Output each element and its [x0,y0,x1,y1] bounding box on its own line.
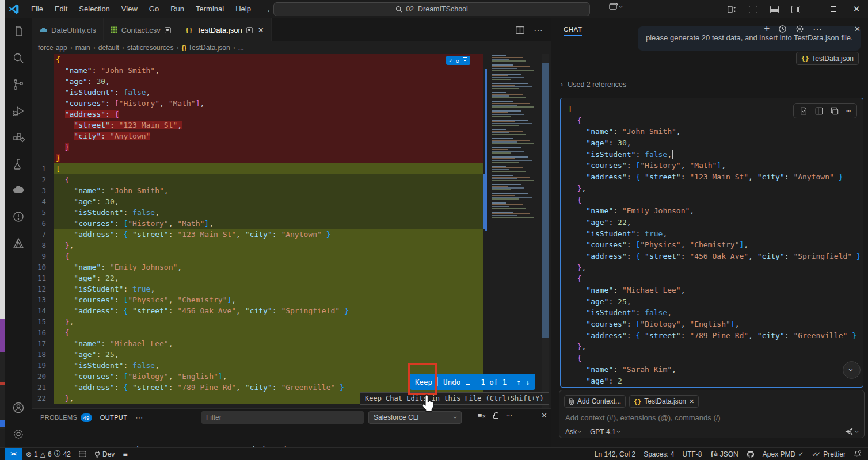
accept-icon[interactable]: ✓ [449,57,452,64]
source-control-icon[interactable] [5,71,32,98]
language-mode-status[interactable]: {à JSON [706,450,743,458]
breadcrumb-item[interactable]: default [98,44,119,52]
file-icon[interactable] [463,57,467,63]
previous-edit-icon[interactable]: ↑ [516,378,521,386]
encoding-status[interactable]: UTF-8 [679,450,706,458]
output-console[interactable]: Date Date.newInstance(Integer, Integer, … [40,427,547,448]
notifications-bell-icon[interactable] [850,450,868,458]
remove-attachment-icon[interactable]: ✕ [689,398,694,405]
context-attachment-pill[interactable]: {} TestData.json ✕ [629,395,699,408]
account-icon[interactable] [5,394,32,421]
add-context-button[interactable]: Add Context... [564,395,626,408]
split-editor-icon[interactable] [516,26,524,34]
maximize-panel-icon[interactable] [528,413,534,419]
modified-indicator-icon[interactable] [165,27,171,33]
menu-selection[interactable]: Selection [73,0,115,18]
menu-terminal[interactable]: Terminal [190,0,230,18]
remote-indicator[interactable]: >< [5,448,22,460]
send-button[interactable]: › [844,427,858,436]
tab-output[interactable]: OUTPUT [100,414,128,423]
task-status-icon[interactable]: ≡ [119,450,131,459]
minimap[interactable] [489,55,538,297]
undo-button[interactable]: Undo [438,378,466,386]
apex-pmd-status[interactable]: Apex PMD ✓ [759,450,808,458]
maximize-button[interactable] [822,0,845,18]
settings-gear-icon[interactable] [5,421,32,447]
apply-in-editor-icon[interactable] [800,107,808,115]
file-icon[interactable] [466,379,470,385]
customize-layout-button[interactable] [728,6,736,13]
extensions-icon[interactable] [5,124,32,151]
discard-icon[interactable]: ↺ [456,57,459,64]
panel-more-actions-icon[interactable]: ⋯ [506,412,512,419]
problems-status[interactable]: ⊗1 △6 ⓘ42 [22,449,75,459]
scrollbar-thumb[interactable] [542,63,549,338]
chat-input-box[interactable]: Add Context... {} TestData.json ✕ Add co… [559,390,865,438]
lock-scroll-icon[interactable] [493,415,498,419]
explorer-icon[interactable] [5,18,32,45]
tab-dateutility[interactable]: DateUtility.cls [32,18,104,41]
github-status-icon[interactable] [743,450,759,458]
output-channel-select[interactable]: Salesforce CLI › [368,411,462,424]
clear-output-icon[interactable]: ≡✕ [478,411,486,420]
command-center-search[interactable]: 02_DreamITSchool [273,2,590,16]
editor-scrollbar[interactable] [542,54,549,408]
toggle-panel-button[interactable] [770,6,779,13]
close-tab-icon[interactable]: ✕ [258,26,264,34]
message-attachment-pill[interactable]: {} TestData.json [796,52,859,65]
copy-icon[interactable] [831,107,839,115]
cursor-position-status[interactable]: Ln 142, Col 2 [591,450,639,458]
next-edit-icon[interactable]: ↓ [526,378,530,386]
issue-circle-icon[interactable] [5,204,32,230]
diff-review-badge[interactable]: ✓ ↺ [446,56,470,65]
chat-input-placeholder[interactable]: Add context (#), extensions (@), command… [565,413,721,422]
indentation-status[interactable]: Spaces: 4 [639,450,678,458]
dev-org-status[interactable]: Dev [90,450,119,458]
scroll-to-bottom-button[interactable]: › [843,361,861,379]
output-filter-input[interactable]: Filter [201,411,364,424]
chat-history-icon[interactable] [778,25,787,33]
search-icon[interactable] [5,45,32,71]
apex-log-icon[interactable] [5,230,32,256]
menu-file[interactable]: File [25,0,49,18]
chat-title-tab[interactable]: CHAT [564,26,582,36]
mode-select[interactable]: Ask › [565,428,581,436]
minimize-button[interactable]: — [799,0,822,18]
code-block-more-icon[interactable]: ⋯ [846,106,851,115]
insert-at-cursor-icon[interactable] [815,107,823,115]
editor-layout-status-icon[interactable] [75,451,90,457]
chat-maximize-icon[interactable] [840,26,846,32]
breadcrumb-item[interactable]: force-app [38,44,67,52]
salesforce-cloud-icon[interactable] [5,177,32,204]
model-select[interactable]: GPT-4.1 › [590,428,620,436]
chat-code-block[interactable]: ⋯ [ { "name": "John Smith", "age": 30, "… [560,98,863,388]
chat-close-icon[interactable]: ✕ [854,25,861,33]
new-chat-icon[interactable]: + [764,23,770,34]
editor-code-area[interactable]: { "name": "John Smith", "age": 30, "isSt… [32,54,551,408]
test-beaker-icon[interactable] [5,151,32,177]
close-window-button[interactable]: ✕ [845,0,868,18]
menu-help[interactable]: Help [230,0,257,18]
toggle-primary-sidebar-button[interactable] [749,6,757,13]
modified-indicator-icon[interactable] [246,27,253,33]
breadcrumb-item[interactable]: staticresources [127,44,174,52]
tab-testdata-json[interactable]: {} TestData.json ✕ [178,18,272,41]
open-remote-window-button[interactable]: › [609,3,622,11]
breadcrumb-item[interactable]: main [75,44,90,52]
breadcrumb-item[interactable]: TestData.json [188,44,230,52]
menu-edit[interactable]: Edit [49,0,73,18]
panel-more-tabs-icon[interactable]: ⋯ [135,413,143,422]
menu-view[interactable]: View [116,0,143,18]
menu-run[interactable]: Run [165,0,190,18]
menu-go[interactable]: Go [143,0,165,18]
close-panel-icon[interactable]: ✕ [541,411,547,420]
chat-more-actions-icon[interactable]: ⋯ [813,24,822,34]
chat-settings-gear-icon[interactable] [795,25,804,33]
tab-contact-csv[interactable]: Contact.csv [104,18,178,41]
run-debug-icon[interactable] [5,98,32,124]
breadcrumb[interactable]: force-app›main›default›staticresources›{… [32,41,551,54]
references-toggle[interactable]: › Used 2 references [561,80,626,89]
prettier-status[interactable]: ✓✓ Prettier [808,450,850,458]
tab-problems[interactable]: PROBLEMS 49 [40,413,92,422]
editor-more-actions-icon[interactable]: ⋯ [534,25,543,36]
